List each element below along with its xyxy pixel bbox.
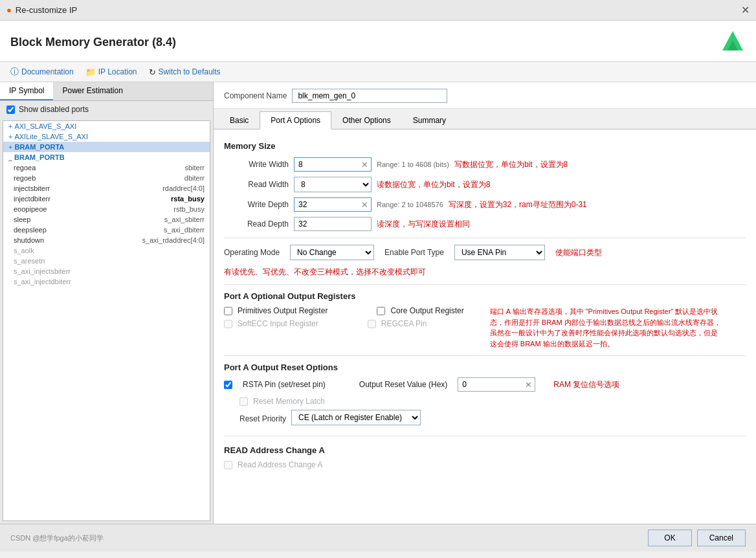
tab-ip-symbol[interactable]: IP Symbol bbox=[0, 82, 53, 100]
read-depth-label: Read Depth bbox=[224, 219, 289, 229]
tab-summary[interactable]: Summary bbox=[402, 111, 457, 129]
component-name-label: Component Name bbox=[224, 91, 287, 100]
read-address-title: READ Address Change A bbox=[224, 445, 746, 455]
right-content: Memory Size Write Width ✕ Range: 1 to 46… bbox=[214, 129, 756, 524]
switch-to-defaults-link[interactable]: ↻ Switch to Defaults bbox=[149, 67, 221, 77]
rsta-pin-checkbox[interactable] bbox=[224, 381, 232, 389]
tree-shutdown-name: shutdown bbox=[14, 236, 44, 244]
ok-button[interactable]: OK bbox=[648, 530, 691, 546]
optional-reg-area: Primitives Output Register Core Output R… bbox=[224, 306, 746, 349]
operating-mode-row: Operating Mode No Change Read First Writ… bbox=[224, 245, 746, 260]
write-width-clear-icon[interactable]: ✕ bbox=[359, 160, 371, 170]
tree-sleep: sleep s_axi_sbiterr bbox=[3, 214, 210, 225]
output-reset-title: Port A Output Reset Options bbox=[224, 363, 746, 372]
tree-eoopipeoe-signal: rstb_busy bbox=[173, 205, 205, 213]
operating-mode-label: Operating Mode bbox=[224, 248, 280, 257]
rsta-pin-row: RSTA Pin (set/reset pin) Output Reset Va… bbox=[224, 377, 619, 392]
plus-icon-axilite: + bbox=[8, 133, 12, 140]
minus-icon-bram-portb: ⎯ bbox=[8, 154, 12, 161]
title-bar-text: Re-customize IP bbox=[16, 5, 77, 15]
tree-axi-slave[interactable]: +AXI_SLAVE_S_AXI bbox=[3, 121, 210, 131]
toolbar: ⓘ Documentation 📁 IP Location ↻ Switch t… bbox=[0, 62, 756, 82]
output-reset-clear-icon[interactable]: ✕ bbox=[522, 380, 535, 390]
tree-aresetn: s_aresetn bbox=[3, 256, 210, 266]
reset-priority-row: Reset Priority CE (Latch or Register Ena… bbox=[224, 410, 619, 425]
operating-mode-select[interactable]: No Change Read First Write First bbox=[290, 245, 374, 260]
close-icon[interactable]: ✕ bbox=[741, 4, 750, 16]
read-address-change-checkbox bbox=[224, 461, 232, 469]
bottom-bar: CSDN @想学fpga的小菘同学 OK Cancel bbox=[0, 524, 756, 552]
right-panel: Component Name Basic Port A Options Othe… bbox=[214, 82, 756, 524]
read-address-section: READ Address Change A Read Address Chang… bbox=[224, 445, 746, 469]
plus-icon-bram-porta: + bbox=[8, 143, 12, 151]
tree-injectsbiterr-signal: rdaddrec[4:0] bbox=[162, 184, 205, 192]
tree-saolk: s_aolk bbox=[3, 245, 210, 256]
tree-shutdown: shutdown s_axi_rdaddrec[4:0] bbox=[3, 235, 210, 245]
tree-regoeb-signal: dbiterr bbox=[184, 174, 205, 182]
read-width-row: Read Width 8 读数据位宽，单位为bit，设置为8 bbox=[224, 177, 746, 192]
show-disabled-checkbox[interactable] bbox=[6, 106, 15, 114]
read-depth-input[interactable] bbox=[294, 217, 372, 231]
write-depth-input[interactable] bbox=[295, 198, 359, 211]
output-reset-value-label: Output Reset Value (Hex) bbox=[359, 380, 448, 389]
softECC-input-reg-label: SoftECC Input Register bbox=[238, 319, 318, 328]
tab-basic[interactable]: Basic bbox=[219, 111, 260, 129]
reset-options-area: RSTA Pin (set/reset pin) Output Reset Va… bbox=[224, 377, 746, 429]
info-icon: ⓘ bbox=[10, 66, 19, 78]
tree-axilite-slave[interactable]: +AXILite_SLAVE_S_AXI bbox=[3, 131, 210, 142]
read-width-select[interactable]: 8 bbox=[294, 177, 372, 192]
tree-bram-portb[interactable]: ⎯BRAM_PORTB bbox=[3, 152, 210, 162]
reset-checkboxes: RSTA Pin (set/reset pin) Output Reset Va… bbox=[224, 377, 619, 429]
tree-regoea-name: regoea bbox=[14, 164, 36, 172]
read-depth-comment: 读深度，与写深度设置相同 bbox=[377, 219, 470, 230]
read-address-change-label: Read Address Change A bbox=[238, 460, 322, 469]
tree-injectdbiterr-name: injectdbiterr bbox=[14, 195, 50, 203]
app-header: Block Memory Generator (8.4) bbox=[0, 21, 756, 62]
core-output-reg-label: Core Output Register bbox=[390, 306, 463, 315]
tree-eoopipeoe-name: eoopipeoe bbox=[14, 205, 47, 213]
cancel-button[interactable]: Cancel bbox=[697, 530, 746, 546]
write-width-input[interactable] bbox=[295, 158, 359, 171]
regcea-pin-label: REGCEA Pin bbox=[381, 319, 427, 328]
title-bar: ● Re-customize IP ✕ bbox=[0, 0, 756, 21]
reset-priority-select[interactable]: CE (Latch or Register Enable) SR (Set Re… bbox=[291, 410, 421, 425]
primitives-output-reg-checkbox[interactable] bbox=[224, 307, 232, 315]
component-name-input[interactable] bbox=[292, 89, 447, 103]
tree-shutdown-signal: s_axi_rdaddrec[4:0] bbox=[142, 236, 205, 244]
divider-4 bbox=[224, 436, 746, 436]
read-address-change-row: Read Address Change A bbox=[224, 460, 746, 469]
core-output-reg-checkbox[interactable] bbox=[377, 307, 385, 315]
tree-deepsleep-signal: s_axi_dbiterr bbox=[164, 226, 205, 234]
enable-port-type-select[interactable]: Use ENA Pin Always Enabled bbox=[454, 245, 545, 260]
tree-injectsbiterr: injectsbiterr rdaddrec[4:0] bbox=[3, 183, 210, 194]
tab-power-estimation[interactable]: Power Estimation bbox=[53, 82, 131, 100]
rsta-pin-label: RSTA Pin (set/reset pin) bbox=[243, 380, 326, 389]
reset-priority-label: Reset Priority bbox=[239, 414, 286, 423]
tree-axi-slave-label: AXI_SLAVE_S_AXI bbox=[14, 122, 76, 130]
tab-port-a-options[interactable]: Port A Options bbox=[260, 111, 331, 129]
optional-reg-annotation-text: 端口 A 输出寄存器选项，其中 "Primitives Output Regis… bbox=[490, 307, 721, 348]
right-tabs: Basic Port A Options Other Options Summa… bbox=[214, 109, 756, 129]
reset-memory-latch-label: Reset Memory Latch bbox=[253, 397, 325, 406]
operating-mode-comment-row: 有读优先、写优先、不改变三种模式，选择不改变模式即可 bbox=[224, 267, 746, 278]
output-reset-value-wrap: ✕ bbox=[458, 377, 535, 392]
optional-output-reg-title: Port A Optional Output Registers bbox=[224, 291, 746, 301]
tree-said-name: s_axi_injectdbiterr bbox=[14, 278, 71, 285]
title-bar-left: ● Re-customize IP bbox=[6, 5, 77, 15]
write-depth-clear-icon[interactable]: ✕ bbox=[359, 200, 371, 210]
output-reset-value-input[interactable] bbox=[458, 378, 522, 391]
watermark: CSDN @想学fpga的小菘同学 bbox=[10, 533, 104, 543]
show-disabled-row: Show disabled ports bbox=[0, 101, 213, 118]
read-depth-row: Read Depth 读深度，与写深度设置相同 bbox=[224, 217, 746, 231]
tree-injectsbiterr-name: injectsbiterr bbox=[14, 184, 50, 192]
write-width-comment: 写数据位宽，单位为bit，设置为8 bbox=[454, 159, 568, 170]
write-depth-input-wrap: ✕ bbox=[294, 197, 372, 212]
ip-location-link[interactable]: 📁 IP Location bbox=[85, 67, 137, 77]
tree-bram-porta[interactable]: +BRAM_PORTA bbox=[3, 142, 210, 152]
folder-icon: 📁 bbox=[85, 67, 96, 77]
documentation-link[interactable]: ⓘ Documentation bbox=[10, 66, 74, 78]
plus-icon-axi-slave: + bbox=[8, 122, 12, 130]
switch-defaults-label: Switch to Defaults bbox=[159, 67, 221, 76]
tree-sai-name: s_axi_injectsbiterr bbox=[14, 267, 71, 275]
tab-other-options[interactable]: Other Options bbox=[331, 111, 402, 129]
